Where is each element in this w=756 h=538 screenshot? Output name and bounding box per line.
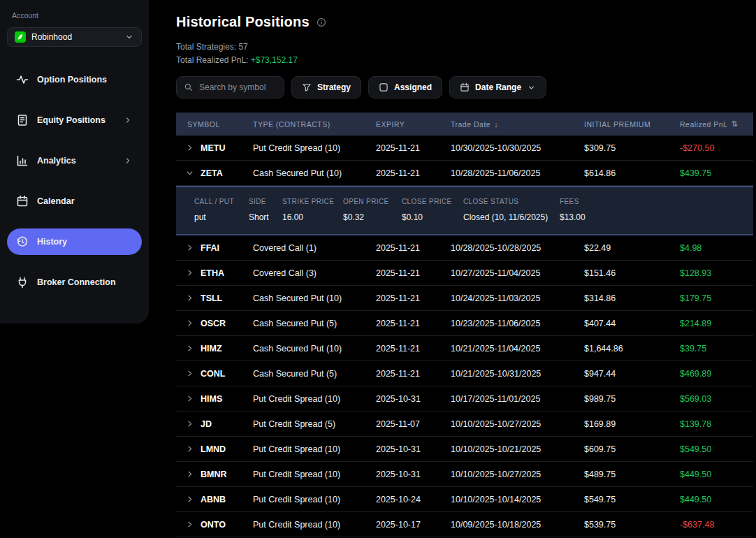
detail-value: 16.00 [282,212,343,222]
table-row[interactable]: ZETA Cash Secured Put (10) 2025-11-21 10… [176,161,753,186]
detail-value: $0.32 [343,212,402,222]
sidebar-item-label: Broker Connection [37,277,116,287]
row-type: Put Credit Spread (10) [253,495,376,504]
row-type: Cash Secured Put (10) [253,168,376,178]
account-label: Account [12,11,142,20]
table-row[interactable]: JD Put Credit Spread (5) 2025-11-07 10/1… [176,412,753,437]
table-row[interactable]: HIMS Put Credit Spread (10) 2025-10-31 1… [176,386,753,412]
chevron-right-icon [185,520,194,529]
table-row[interactable]: METU Put Credit Spread (10) 2025-11-21 1… [176,136,753,161]
row-premium: $539.75 [584,520,680,530]
table-row[interactable]: FFAI Covered Call (1) 2025-11-21 10/28/2… [176,235,753,261]
row-premium: $549.75 [584,495,680,504]
title-row: Historical Positions [176,14,753,30]
table-row[interactable]: LMND Put Credit Spread (10) 2025-10-31 1… [176,437,753,462]
row-expiry: 2025-11-21 [376,344,451,354]
row-trade-date: 10/30/2025-10/30/2025 [451,143,584,153]
row-expiry: 2025-11-21 [376,243,451,253]
chevron-right-icon [185,319,194,328]
chevron-down-icon [527,83,536,92]
row-expiry: 2025-11-21 [376,268,451,278]
row-pnl: $569.03 [680,394,753,404]
row-pnl: $449.50 [680,495,753,504]
table-row[interactable]: ONTO Put Credit Spread (10) 2025-10-17 1… [176,512,753,537]
table-row[interactable]: ABNB Put Credit Spread (10) 2025-10-24 1… [176,487,753,512]
row-premium: $989.75 [584,394,680,404]
detail-column-header: CALL / PUT [194,198,249,205]
row-type: Covered Call (1) [253,243,376,253]
detail-column-header: STRIKE PRICE [282,198,343,205]
info-icon[interactable] [317,17,326,27]
app-root: Account Robinhood Option Positions Eq [0,0,756,538]
row-symbol: TSLL [201,293,222,303]
sidebar-item-broker-connection[interactable]: Broker Connection [7,269,142,296]
chevron-right-icon [185,268,194,277]
row-premium: $407.44 [584,319,680,328]
column-header-trade-date[interactable]: Trade Date ↓ [451,120,584,129]
row-symbol: ABNB [201,495,226,504]
chevron-right-icon [123,156,133,166]
row-pnl: -$270.50 [680,143,753,153]
row-pnl: -$637.48 [680,520,753,530]
search-icon [184,82,194,92]
detail-column-header: FEES [560,198,753,205]
detail-value: $13.00 [560,212,753,222]
row-type: Cash Secured Put (10) [253,293,376,303]
row-type: Put Credit Spread (10) [253,394,376,404]
table-row[interactable]: HIMZ Cash Secured Put (10) 2025-11-21 10… [176,336,753,361]
row-expiry: 2025-10-17 [376,520,451,530]
chevron-right-icon [185,168,194,177]
sidebar-item-option-positions[interactable]: Option Positions [7,66,142,93]
row-trade-date: 10/10/2025-10/21/2025 [451,444,584,454]
row-type: Put Credit Spread (10) [253,520,376,530]
table-row[interactable]: CONL Cash Secured Put (5) 2025-11-21 10/… [176,361,753,386]
total-strategies-value: 57 [238,42,247,52]
table-row[interactable]: ETHA Covered Call (3) 2025-11-21 10/27/2… [176,261,753,286]
sidebar-item-analytics[interactable]: Analytics [7,147,142,174]
sidebar-nav: Option Positions Equity Positions Analyt… [7,66,142,296]
row-premium: $151.46 [584,268,680,278]
row-pnl: $4.98 [680,243,753,253]
expanded-leg-detail: CALL / PUTSIDESTRIKE PRICEOPEN PRICECLOS… [176,186,753,235]
row-pnl: $469.89 [680,369,753,379]
sidebar-item-history[interactable]: History [7,228,142,255]
total-pnl-value: +$73,152.17 [251,55,298,65]
row-premium: $22.49 [584,243,680,253]
table-row[interactable]: BMNR Put Credit Spread (10) 2025-10-31 1… [176,462,753,487]
table-row[interactable]: OSCR Cash Secured Put (5) 2025-11-21 10/… [176,311,753,336]
chevron-right-icon [185,369,194,378]
assigned-filter-button[interactable]: Assigned [368,76,442,99]
total-strategies: Total Strategies: 57 [176,41,753,54]
sort-icon: ⇅ [731,119,737,129]
row-pnl: $139.78 [680,419,753,429]
row-symbol: LMND [201,444,226,454]
broker-selector[interactable]: Robinhood [7,27,142,47]
row-type: Put Credit Spread (5) [253,419,376,429]
main-content: Historical Positions Total Strategies: 5… [149,0,756,538]
sidebar-item-equity-positions[interactable]: Equity Positions [7,107,142,133]
checkbox-icon [379,82,388,92]
chevron-right-icon [185,495,194,504]
total-realized-pnl: Total Realized PnL: +$73,152.17 [176,54,753,67]
sidebar-item-calendar[interactable]: Calendar [7,188,142,215]
history-icon [16,235,29,248]
row-type: Put Credit Spread (10) [253,470,376,479]
table-row[interactable]: TSLL Cash Secured Put (10) 2025-11-21 10… [176,286,753,311]
search-box [176,76,284,99]
strategy-filter-button[interactable]: Strategy [291,76,361,99]
sidebar-item-label: Calendar [37,196,75,206]
row-type: Cash Secured Put (5) [253,319,376,328]
row-premium: $947.44 [584,369,680,379]
date-range-button[interactable]: Date Range [449,76,546,99]
search-input[interactable] [199,82,277,92]
chevron-right-icon [185,344,194,353]
row-expiry: 2025-11-21 [376,319,451,328]
chevron-right-icon [123,115,133,125]
column-header-realized-pnl[interactable]: Realized PnL ⇅ [680,119,753,129]
strategy-button-label: Strategy [317,82,351,92]
column-header-initial-premium: INITIAL PREMIUM [584,120,680,129]
row-expiry: 2025-11-21 [376,369,451,379]
calendar-icon [16,195,29,208]
row-expiry: 2025-10-31 [376,394,451,404]
row-premium: $489.75 [584,470,680,479]
